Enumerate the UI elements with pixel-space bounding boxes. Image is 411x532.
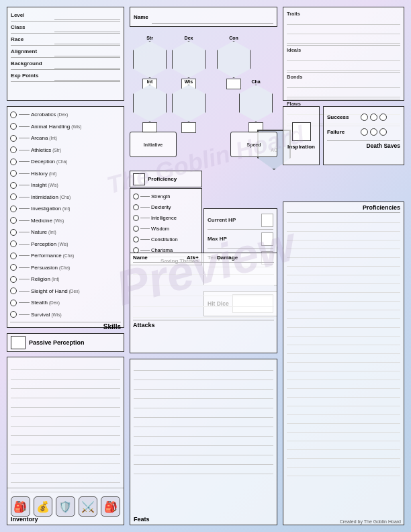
- level-input[interactable]: [54, 11, 120, 20]
- save-con-circle[interactable]: [133, 236, 139, 242]
- skill-proficiency-nature[interactable]: [10, 229, 17, 236]
- inspiration-value[interactable]: [292, 122, 311, 141]
- race-input[interactable]: [54, 35, 120, 44]
- ideals-line-1[interactable]: [287, 54, 400, 61]
- max-hp-input[interactable]: [261, 232, 273, 246]
- initiative-label: Initiative: [144, 142, 163, 147]
- character-name-input[interactable]: [152, 10, 273, 24]
- prof-line-21[interactable]: [287, 389, 400, 398]
- alignment-input[interactable]: [54, 47, 120, 56]
- prof-line-18[interactable]: [287, 363, 400, 371]
- death-failure-2[interactable]: [370, 128, 377, 136]
- passive-perception-value[interactable]: [11, 336, 26, 349]
- skill-name-animal-handling: Animal Handling: [31, 124, 70, 130]
- skill-row-arcana: Arcana (Int): [10, 132, 121, 144]
- skill-proficiency-history[interactable]: [10, 170, 17, 177]
- skill-proficiency-persuasion[interactable]: [10, 264, 17, 271]
- class-label: Class: [11, 24, 54, 30]
- inventory-icon-2[interactable]: 💰: [34, 496, 53, 517]
- prof-line-16[interactable]: [287, 345, 400, 354]
- traits-line-1[interactable]: [287, 17, 400, 25]
- ideals-label: Ideals: [287, 47, 400, 53]
- skill-proficiency-sleight-of-hand[interactable]: [10, 287, 17, 294]
- death-failure-1[interactable]: [361, 128, 368, 136]
- class-input[interactable]: [54, 23, 120, 32]
- skill-proficiency-survival[interactable]: [10, 311, 17, 318]
- skill-proficiency-athletics[interactable]: [10, 146, 17, 153]
- death-success-2[interactable]: [370, 114, 377, 121]
- skill-attr-acrobatics: (Dex): [57, 112, 68, 117]
- skill-proficiency-stealth[interactable]: [10, 300, 17, 306]
- prof-line-13[interactable]: [287, 319, 400, 328]
- prof-line-7[interactable]: [287, 267, 400, 275]
- prof-line-2[interactable]: [287, 223, 400, 232]
- skill-proficiency-deception[interactable]: [10, 159, 17, 165]
- prof-line-29[interactable]: [287, 459, 400, 468]
- skill-proficiency-performance[interactable]: [10, 253, 17, 259]
- prof-line-5[interactable]: [287, 249, 400, 258]
- skill-proficiency-medicine[interactable]: [10, 217, 17, 224]
- alignment-row: Alignment: [11, 46, 120, 58]
- prof-line-25[interactable]: [287, 424, 400, 433]
- ideals-line-2[interactable]: [287, 63, 400, 71]
- prof-line-6[interactable]: [287, 258, 400, 267]
- skill-proficiency-insight[interactable]: [10, 182, 17, 189]
- prof-line-20[interactable]: [287, 380, 400, 389]
- inventory-icon-1[interactable]: 🎒: [11, 496, 30, 517]
- skill-proficiency-investigation[interactable]: [10, 206, 17, 212]
- prof-line-4[interactable]: [287, 240, 400, 249]
- save-str-circle[interactable]: [133, 193, 139, 200]
- skill-proficiency-acrobatics[interactable]: [10, 112, 17, 118]
- skill-name-insight: Insight: [31, 182, 47, 188]
- death-success-3[interactable]: [379, 114, 387, 121]
- save-wis-circle[interactable]: [133, 226, 139, 232]
- current-hp-input[interactable]: [261, 214, 273, 227]
- prof-line-26[interactable]: [287, 433, 400, 441]
- prof-line-3[interactable]: [287, 232, 400, 240]
- prof-line-30[interactable]: [287, 468, 400, 476]
- inventory-icon-3[interactable]: 🛡️: [56, 496, 75, 517]
- prof-line-19[interactable]: [287, 371, 400, 380]
- speed-box: Speed: [230, 132, 277, 157]
- prof-line-15[interactable]: [287, 337, 400, 345]
- death-success-1[interactable]: [361, 114, 368, 121]
- prof-line-1[interactable]: [287, 214, 400, 223]
- prof-line-11[interactable]: [287, 302, 400, 310]
- prof-line-14[interactable]: [287, 328, 400, 337]
- skill-proficiency-animal-handling[interactable]: [10, 123, 17, 130]
- prof-line-9[interactable]: [287, 284, 400, 293]
- bonds-line-2[interactable]: [287, 90, 400, 97]
- proficiency-value[interactable]: [133, 173, 145, 185]
- skill-proficiency-intimidation[interactable]: [10, 193, 17, 200]
- save-dex-circle[interactable]: [133, 204, 139, 210]
- bonds-line-1[interactable]: [287, 81, 400, 88]
- skill-proficiency-arcana[interactable]: [10, 135, 17, 142]
- traits-line-2[interactable]: [287, 27, 400, 34]
- skill-row-athletics: Athletics (Str): [10, 144, 121, 157]
- death-failure-3[interactable]: [379, 128, 387, 136]
- skill-mod-acrobatics: [19, 114, 30, 115]
- prof-line-22[interactable]: [287, 398, 400, 406]
- prof-line-8[interactable]: [287, 275, 400, 284]
- skill-proficiency-religion[interactable]: [10, 276, 17, 283]
- inventory-icon-4[interactable]: ⚔️: [79, 496, 98, 517]
- proficiency-section: Proficiency: [130, 171, 202, 187]
- skill-row-acrobatics: Acrobatics (Dex): [10, 109, 121, 121]
- class-row: Class: [11, 21, 120, 34]
- traits-line-3[interactable]: [287, 36, 400, 44]
- prof-line-28[interactable]: [287, 450, 400, 459]
- skill-proficiency-perception[interactable]: [10, 240, 17, 247]
- exp-input[interactable]: [54, 71, 120, 81]
- death-failure-row: Failure: [327, 124, 400, 139]
- prof-line-12[interactable]: [287, 310, 400, 319]
- prof-line-27[interactable]: [287, 441, 400, 450]
- prof-line-23[interactable]: [287, 406, 400, 415]
- background-input[interactable]: [54, 59, 120, 69]
- save-int-mod: [140, 218, 150, 218]
- prof-line-24[interactable]: [287, 415, 400, 424]
- save-int-circle[interactable]: [133, 215, 139, 221]
- prof-line-10[interactable]: [287, 293, 400, 302]
- inventory-icon-5[interactable]: 🎒: [101, 496, 120, 517]
- max-hp-label: Max HP: [208, 236, 261, 242]
- prof-line-17[interactable]: [287, 354, 400, 363]
